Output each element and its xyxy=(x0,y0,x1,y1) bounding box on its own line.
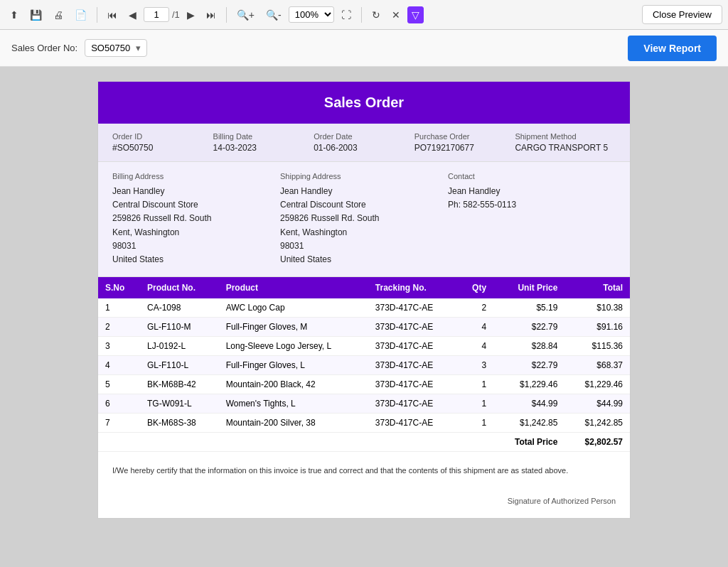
page-total: /1 xyxy=(172,9,180,20)
order-id-col: Order ID #SO50750 xyxy=(112,132,213,153)
cell-total: $68.37 xyxy=(564,356,630,375)
info-section: Order ID #SO50750 Billing Date 14-03-202… xyxy=(98,124,630,162)
contact-name: Jean Handley xyxy=(448,186,500,196)
last-page-btn[interactable]: ⏭ xyxy=(202,6,220,23)
col-header-qty: Qty xyxy=(458,277,493,298)
cell-sno: 6 xyxy=(98,394,140,414)
cell-tracking: 373D-417C-AE xyxy=(368,375,458,394)
cell-sno: 4 xyxy=(98,356,140,375)
export-icon[interactable]: 📄 xyxy=(70,6,91,23)
order-date-col: Order Date 01-06-2003 xyxy=(314,132,414,153)
cell-qty: 1 xyxy=(458,375,493,394)
shipment-method-col: Shipment Method CARGO TRANSPORT 5 xyxy=(515,132,616,153)
cell-qty: 3 xyxy=(458,356,493,375)
view-report-button[interactable]: View Report xyxy=(628,36,717,61)
cell-tracking: 373D-417C-AE xyxy=(368,414,458,433)
col-header-unit-price: Unit Price xyxy=(493,277,564,298)
table-row: 6 TG-W091-L Women's Tights, L 373D-417C-… xyxy=(98,394,630,414)
cell-tracking: 373D-417C-AE xyxy=(368,298,458,318)
cell-sno: 2 xyxy=(98,318,140,337)
fit-page-btn[interactable]: ⛶ xyxy=(337,6,355,23)
cell-total: $1,242.85 xyxy=(564,414,630,433)
upload-icon[interactable]: ⬆ xyxy=(6,6,23,23)
separator-1 xyxy=(97,7,97,23)
col-header-tracking: Tracking No. xyxy=(368,277,458,298)
cell-total: $10.38 xyxy=(564,298,630,318)
col-header-sno: S.No xyxy=(98,277,140,298)
cell-unit-price: $28.84 xyxy=(493,337,564,356)
cell-unit-price: $44.99 xyxy=(493,394,564,414)
close-btn[interactable]: ✕ xyxy=(387,6,405,23)
document: Sales Order Order ID #SO50750 Billing Da… xyxy=(97,81,631,519)
billing-date-label: Billing Date xyxy=(213,132,307,141)
cell-sno: 1 xyxy=(98,298,140,318)
shipping-address-col: Shipping Address Jean Handley Central Di… xyxy=(280,172,448,266)
billing-date-value: 14-03-2023 xyxy=(213,143,307,153)
cell-tracking: 373D-417C-AE xyxy=(368,318,458,337)
zoom-select[interactable]: 50% 75% 100% 125% 150% 200% xyxy=(289,6,334,23)
cell-product: Long-Sleeve Logo Jersey, L xyxy=(219,337,368,356)
cell-qty: 1 xyxy=(458,414,493,433)
order-date-value: 01-06-2003 xyxy=(314,143,407,153)
shipping-address-label: Shipping Address xyxy=(280,172,441,180)
separator-3 xyxy=(361,7,362,23)
cell-product: Mountain-200 Silver, 38 xyxy=(219,414,368,433)
close-preview-button[interactable]: Close Preview xyxy=(642,5,722,24)
cell-total: $44.99 xyxy=(564,394,630,414)
print-icon[interactable]: 🖨 xyxy=(49,6,68,23)
billing-address-body: Jean Handley Central Discount Store 2598… xyxy=(112,185,273,266)
contact-label: Contact xyxy=(448,172,609,180)
order-date-label: Order Date xyxy=(314,132,407,141)
next-page-btn[interactable]: ▶ xyxy=(183,6,199,23)
shipment-method-value: CARGO TRANSPORT 5 xyxy=(515,143,609,153)
cell-unit-price: $22.79 xyxy=(493,318,564,337)
cell-product-no: GL-F110-M xyxy=(140,318,219,337)
cell-qty: 4 xyxy=(458,337,493,356)
contact-phone: Ph: 582-555-0113 xyxy=(448,200,516,210)
separator-2 xyxy=(226,7,227,23)
table-row: 3 LJ-0192-L Long-Sleeve Logo Jersey, L 3… xyxy=(98,337,630,356)
sales-order-select-wrap[interactable]: SO50750 ▾ xyxy=(85,39,147,57)
total-spacer xyxy=(98,433,493,452)
zoom-in-btn[interactable]: 🔍+ xyxy=(232,6,259,23)
toolbar: ⬆ 💾 🖨 📄 ⏮ ◀ 1 /1 ▶ ⏭ 🔍+ 🔍- 50% 75% 100% … xyxy=(0,0,728,30)
zoom-out-btn[interactable]: 🔍- xyxy=(262,6,286,23)
cell-sno: 7 xyxy=(98,414,140,433)
order-id-value: #SO50750 xyxy=(112,143,206,153)
cell-unit-price: $1,242.85 xyxy=(493,414,564,433)
refresh-btn[interactable]: ↻ xyxy=(368,6,385,23)
cell-qty: 4 xyxy=(458,318,493,337)
table-row: 4 GL-F110-L Full-Finger Gloves, L 373D-4… xyxy=(98,356,630,375)
chevron-down-icon: ▾ xyxy=(136,43,141,53)
cell-sno: 3 xyxy=(98,337,140,356)
purchase-order-col: Purchase Order PO7192170677 xyxy=(414,132,515,153)
cell-total: $115.36 xyxy=(564,337,630,356)
save-icon[interactable]: 💾 xyxy=(26,6,46,23)
billing-date-col: Billing Date 14-03-2023 xyxy=(213,132,314,153)
billing-address-label: Billing Address xyxy=(112,172,273,180)
purchase-order-value: PO7192170677 xyxy=(414,143,508,153)
main-content: Sales Order Order ID #SO50750 Billing Da… xyxy=(0,67,728,567)
contact-body: Jean Handley Ph: 582-555-0113 xyxy=(448,185,609,212)
first-page-btn[interactable]: ⏮ xyxy=(103,6,122,23)
cell-product: Mountain-200 Black, 42 xyxy=(219,375,368,394)
filter-btn[interactable]: ▽ xyxy=(407,6,424,23)
page-number-input[interactable]: 1 xyxy=(144,7,169,22)
col-header-product-no: Product No. xyxy=(140,277,219,298)
order-id-label: Order ID xyxy=(112,132,206,141)
controls-bar: Sales Order No: SO50750 ▾ View Report xyxy=(0,30,728,67)
purchase-order-label: Purchase Order xyxy=(414,132,508,141)
cell-product-no: BK-M68S-38 xyxy=(140,414,219,433)
table-row: 7 BK-M68S-38 Mountain-200 Silver, 38 373… xyxy=(98,414,630,433)
cell-product: Women's Tights, L xyxy=(219,394,368,414)
cell-qty: 2 xyxy=(458,298,493,318)
certification-text: I/We hereby certify that the information… xyxy=(98,451,630,490)
sales-order-label: Sales Order No: xyxy=(11,43,77,53)
total-price-label: Total Price xyxy=(493,433,564,452)
cell-tracking: 373D-417C-AE xyxy=(368,356,458,375)
contact-col: Contact Jean Handley Ph: 582-555-0113 xyxy=(448,172,616,266)
col-header-product: Product xyxy=(219,277,368,298)
prev-page-btn[interactable]: ◀ xyxy=(124,6,141,23)
cell-unit-price: $22.79 xyxy=(493,356,564,375)
cell-qty: 1 xyxy=(458,394,493,414)
